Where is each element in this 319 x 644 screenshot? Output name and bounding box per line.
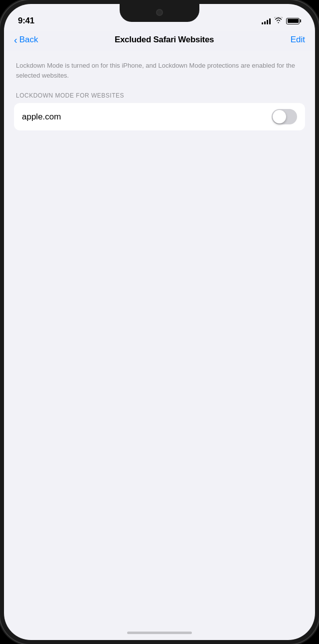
- battery-fill: [288, 19, 299, 23]
- edit-button[interactable]: Edit: [291, 35, 305, 45]
- description-text: Lockdown Mode is turned on for this iPho…: [14, 61, 305, 80]
- front-camera: [156, 9, 163, 16]
- website-toggle[interactable]: [272, 109, 297, 124]
- screen: 9:41: [4, 4, 315, 640]
- nav-bar: ‹ Back Excluded Safari Websites Edit: [4, 31, 315, 51]
- signal-bar-3: [267, 20, 268, 24]
- back-chevron-icon: ‹: [14, 35, 17, 45]
- page-title: Excluded Safari Websites: [115, 35, 214, 45]
- home-indicator: [127, 632, 192, 634]
- back-label: Back: [19, 35, 38, 45]
- website-row: apple.com: [14, 103, 305, 130]
- website-domain: apple.com: [22, 112, 61, 122]
- status-icons: [262, 16, 301, 25]
- phone-frame: 9:41: [0, 0, 319, 644]
- section-label: LOCKDOWN MODE FOR WEBSITES: [14, 92, 305, 99]
- battery-tip: [300, 19, 301, 22]
- signal-bar-4: [269, 18, 271, 24]
- signal-icon: [262, 18, 271, 24]
- notch: [120, 4, 199, 22]
- toggle-thumb: [273, 110, 286, 123]
- battery-body: [286, 18, 300, 24]
- back-button[interactable]: ‹ Back: [14, 35, 38, 45]
- status-time: 9:41: [18, 16, 34, 26]
- wifi-icon: [274, 16, 283, 25]
- battery-icon: [286, 18, 301, 24]
- signal-bar-1: [262, 22, 263, 24]
- websites-group: apple.com: [14, 103, 305, 130]
- main-content: Lockdown Mode is turned on for this iPho…: [4, 51, 315, 130]
- signal-bar-2: [264, 21, 266, 24]
